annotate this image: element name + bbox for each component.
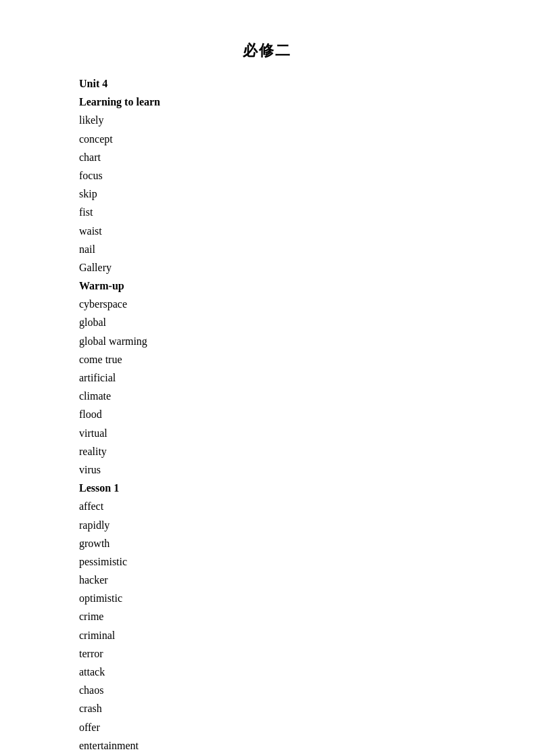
list-item: cyberspace bbox=[79, 295, 455, 313]
words-group1: likelyconceptchartfocusskipfistwaistnail… bbox=[79, 111, 455, 277]
list-item: artificial bbox=[79, 369, 455, 387]
list-item: crash bbox=[79, 699, 455, 717]
list-item: criminal bbox=[79, 626, 455, 644]
unit-title: Unit 4 bbox=[79, 74, 455, 93]
list-item: likely bbox=[79, 111, 455, 129]
list-item: nail bbox=[79, 240, 455, 258]
list-item: entertainment bbox=[79, 736, 455, 755]
page-title: 必修二 bbox=[79, 41, 455, 61]
list-item: affect bbox=[79, 497, 455, 515]
page-container: 必修二 Unit 4 Learning to learn likelyconce… bbox=[0, 0, 534, 756]
list-item: crime bbox=[79, 607, 455, 625]
list-item: Gallery bbox=[79, 258, 455, 277]
list-item: virtual bbox=[79, 424, 455, 442]
list-item: flood bbox=[79, 405, 455, 423]
list-item: come true bbox=[79, 350, 455, 369]
list-item: concept bbox=[79, 130, 455, 148]
list-item: attack bbox=[79, 663, 455, 681]
list-item: chart bbox=[79, 148, 455, 166]
list-item: chaos bbox=[79, 681, 455, 699]
list-item: reality bbox=[79, 442, 455, 460]
list-item: growth bbox=[79, 534, 455, 552]
words-group2: cyberspaceglobalglobal warmingcome truea… bbox=[79, 295, 455, 479]
list-item: climate bbox=[79, 387, 455, 405]
list-item: focus bbox=[79, 166, 455, 185]
list-item: rapidly bbox=[79, 516, 455, 534]
list-item: offer bbox=[79, 718, 455, 736]
words-group3: affectrapidlygrowthpessimistichackeropti… bbox=[79, 497, 455, 756]
list-item: fist bbox=[79, 203, 455, 221]
list-item: virus bbox=[79, 460, 455, 479]
list-item: global bbox=[79, 313, 455, 331]
list-item: pessimistic bbox=[79, 552, 455, 571]
list-item: global warming bbox=[79, 332, 455, 350]
list-item: terror bbox=[79, 644, 455, 663]
list-item: hacker bbox=[79, 571, 455, 589]
unit-subtitle: Learning to learn bbox=[79, 93, 455, 111]
warmup-title: Warm-up bbox=[79, 277, 455, 295]
list-item: optimistic bbox=[79, 589, 455, 607]
list-item: waist bbox=[79, 222, 455, 240]
list-item: skip bbox=[79, 185, 455, 203]
lesson1-title: Lesson 1 bbox=[79, 479, 455, 497]
